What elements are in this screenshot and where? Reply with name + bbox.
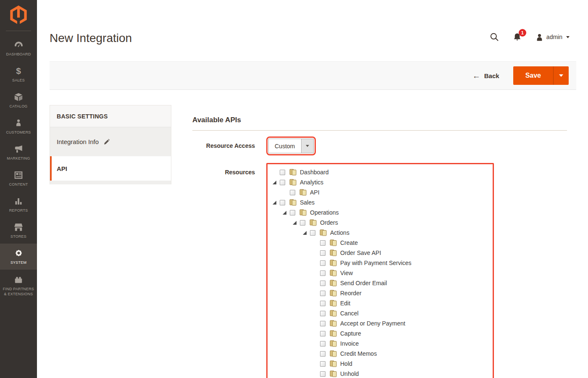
tree-expand-caret[interactable] [311,251,320,255]
tree-expand-caret[interactable] [281,211,290,215]
folder-icon [330,280,337,286]
tab-api[interactable]: API [50,156,171,181]
tree-node-checkbox[interactable] [320,281,326,286]
tree-node-checkbox[interactable] [320,321,326,326]
sidebar-item-dashboard[interactable]: Dashboard [0,35,37,61]
tree-node-label: Actions [330,229,349,236]
tree-node[interactable]: Send Order Email [270,278,493,288]
sidebar-item-find-partners[interactable]: Find Partners & Extensions [0,270,37,302]
sidebar-item-customers[interactable]: Customers [0,113,37,139]
tab-integration-info[interactable]: Integration Info [50,127,171,156]
sidebar-item-stores[interactable]: Stores [0,218,37,244]
tree-node[interactable]: Pay with Payment Services [270,258,493,268]
tree-node-checkbox[interactable] [290,210,295,215]
tree-expand-caret[interactable] [311,281,320,285]
tree-node[interactable]: View [270,268,493,278]
tree-node[interactable]: Capture [270,328,493,339]
tree-expand-caret[interactable] [311,271,320,275]
magento-logo-icon [10,5,27,25]
tree-expand-caret[interactable] [311,362,320,366]
tree-expand-caret[interactable] [270,171,280,174]
tree-node-checkbox[interactable] [320,301,326,306]
notifications-bell-icon[interactable]: 1 [513,32,522,42]
tree-expand-caret[interactable] [311,241,320,245]
tree-node[interactable]: Cancel [270,308,493,318]
save-dropdown-button[interactable] [553,66,569,85]
tree-node-checkbox[interactable] [320,260,326,266]
folder-icon [310,219,317,226]
tree-node-checkbox[interactable] [310,230,315,236]
tree-node[interactable]: Analytics [270,177,493,187]
tree-expand-caret[interactable] [311,372,320,376]
tree-node[interactable]: Dashboard [270,167,493,177]
sidebar: Dashboard $ Sales Catalog Customers Mark… [0,0,37,378]
tree-node-checkbox[interactable] [320,351,326,357]
tree-node-checkbox[interactable] [320,341,326,346]
tree-node-checkbox[interactable] [320,270,326,276]
tree-node-checkbox[interactable] [320,291,326,296]
tree-node[interactable]: API [270,187,493,197]
sidebar-item-marketing[interactable]: Marketing [0,139,37,165]
tree-expand-caret[interactable] [311,261,320,265]
folder-icon [330,239,337,246]
sidebar-item-catalog[interactable]: Catalog [0,87,37,113]
tree-node[interactable]: Operations [270,207,493,218]
sidebar-item-system[interactable]: System [0,244,37,270]
tree-node[interactable]: Create [270,238,493,248]
sidebar-item-sales[interactable]: $ Sales [0,61,37,87]
tree-expand-caret[interactable] [311,322,320,326]
header-actions: 1 admin [490,32,570,42]
tree-node[interactable]: Actions [270,228,493,238]
tree-expand-caret[interactable] [301,231,310,235]
tree-expand-caret[interactable] [270,181,280,184]
tree-node-checkbox[interactable] [280,170,285,175]
sidebar-item-reports[interactable]: Reports [0,192,37,218]
tree-node[interactable]: Order Save API [270,248,493,258]
tree-node-label: Send Order Email [340,280,387,286]
tree-expand-caret[interactable] [270,201,280,205]
tree-expand-caret[interactable] [311,312,320,315]
select-arrow-button[interactable] [301,139,313,153]
tree-node[interactable]: Invoice [270,339,493,349]
tree-node-checkbox[interactable] [280,200,285,205]
tree-expand-caret[interactable] [311,332,320,336]
dashboard-icon [14,40,24,50]
tree-node-checkbox[interactable] [300,220,305,226]
tree-node-checkbox[interactable] [320,331,326,336]
tree-expand-caret[interactable] [311,291,320,295]
admin-menu[interactable]: admin [536,33,570,41]
tree-node[interactable]: Credit Memos [270,349,493,359]
tree-node-checkbox[interactable] [320,311,326,316]
back-button[interactable]: ← Back [472,72,499,80]
sidebar-item-content[interactable]: Content [0,165,37,192]
tree-node[interactable]: Reorder [270,288,493,298]
folder-icon [289,179,297,186]
tree-node[interactable]: Edit [270,298,493,308]
tree-node-checkbox[interactable] [320,361,326,367]
tree-node-label: Accept or Deny Payment [340,320,405,327]
tree-node[interactable]: Accept or Deny Payment [270,318,493,328]
tree-node-checkbox[interactable] [290,190,295,195]
sidebar-item-label: System [10,260,26,265]
tree-expand-caret[interactable] [311,342,320,346]
search-icon[interactable] [490,32,499,42]
tree-expand-caret[interactable] [281,191,290,194]
tree-node[interactable]: Sales [270,197,493,207]
magento-logo[interactable] [0,0,37,25]
tree-expand-caret[interactable] [291,221,300,225]
section-title: Available APIs [192,116,567,131]
tree-node-checkbox[interactable] [320,240,326,246]
save-button[interactable]: Save [513,66,553,85]
tree-expand-caret[interactable] [311,352,320,356]
sidebar-nav: Dashboard $ Sales Catalog Customers Mark… [0,31,37,302]
resource-access-select[interactable]: Custom [268,139,314,153]
notification-count-badge: 1 [519,29,526,37]
tree-node-checkbox[interactable] [320,371,326,377]
tree-node-checkbox[interactable] [280,180,285,185]
tree-expand-caret[interactable] [311,302,320,305]
folder-icon [330,370,337,377]
tree-node[interactable]: Orders [270,218,493,228]
tree-node-checkbox[interactable] [320,250,326,256]
tree-node[interactable]: Hold [270,359,493,369]
tree-node[interactable]: Unhold [270,369,493,378]
